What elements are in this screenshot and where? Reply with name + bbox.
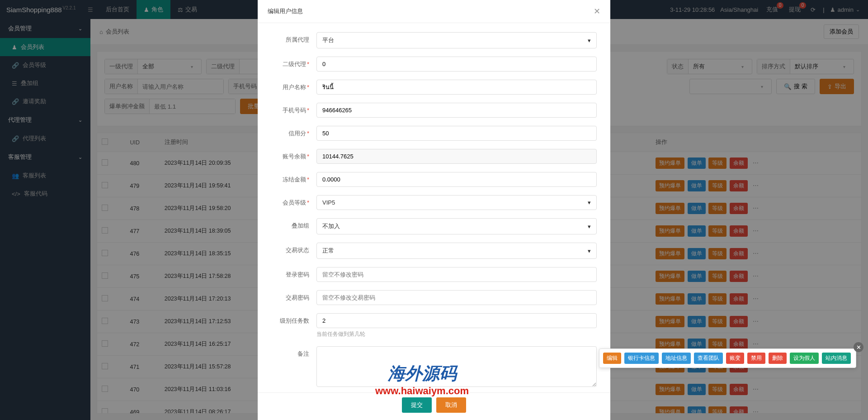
phone-input[interactable] bbox=[316, 103, 597, 118]
caret-down-icon: ▾ bbox=[588, 223, 591, 230]
row-actions-popover: 编辑 银行卡信息 地址信息 查看团队 账变 禁用 删除 设为假人 站内消息 bbox=[599, 348, 856, 368]
username-input[interactable] bbox=[316, 80, 597, 95]
tstatus-select[interactable]: 正常▾ bbox=[316, 243, 597, 259]
trade-pwd-input[interactable] bbox=[316, 290, 597, 305]
modal-title: 编辑用户信息 bbox=[268, 7, 303, 15]
cancel-button[interactable]: 取消 bbox=[436, 397, 466, 413]
pop-bank[interactable]: 银行卡信息 bbox=[624, 353, 659, 364]
popover-close-icon[interactable]: ✕ bbox=[854, 342, 863, 352]
submit-button[interactable]: 提交 bbox=[402, 397, 432, 413]
agent2-input[interactable] bbox=[316, 57, 597, 72]
balance-input bbox=[316, 149, 597, 164]
pop-addr[interactable]: 地址信息 bbox=[662, 353, 691, 364]
overlay-select[interactable]: 不加入▾ bbox=[316, 218, 597, 234]
caret-down-icon: ▾ bbox=[588, 248, 591, 254]
tasks-hint: 当前任务做到第几轮 bbox=[316, 330, 597, 338]
caret-down-icon: ▾ bbox=[588, 37, 591, 44]
close-icon[interactable]: ✕ bbox=[594, 6, 600, 16]
credit-input[interactable] bbox=[316, 126, 597, 141]
login-pwd-input[interactable] bbox=[316, 267, 597, 282]
pop-team[interactable]: 查看团队 bbox=[694, 353, 723, 364]
pop-fake[interactable]: 设为假人 bbox=[790, 353, 819, 364]
pop-edit[interactable]: 编辑 bbox=[603, 353, 621, 364]
pop-acct[interactable]: 账变 bbox=[726, 353, 744, 364]
pop-msg[interactable]: 站内消息 bbox=[822, 353, 851, 364]
pop-ban[interactable]: 禁用 bbox=[747, 353, 765, 364]
frozen-input[interactable] bbox=[316, 172, 597, 187]
agent-select[interactable]: 平台▾ bbox=[316, 32, 597, 48]
caret-down-icon: ▾ bbox=[588, 199, 591, 206]
tasks-input[interactable] bbox=[316, 313, 597, 328]
edit-user-modal: 编辑用户信息 ✕ 所属代理平台▾ 二级代理* 用户名称* 手机号码* 信用分* … bbox=[258, 0, 610, 420]
remark-textarea[interactable] bbox=[316, 346, 597, 387]
pop-del[interactable]: 删除 bbox=[769, 353, 787, 364]
level-select[interactable]: VIP5▾ bbox=[316, 195, 597, 210]
